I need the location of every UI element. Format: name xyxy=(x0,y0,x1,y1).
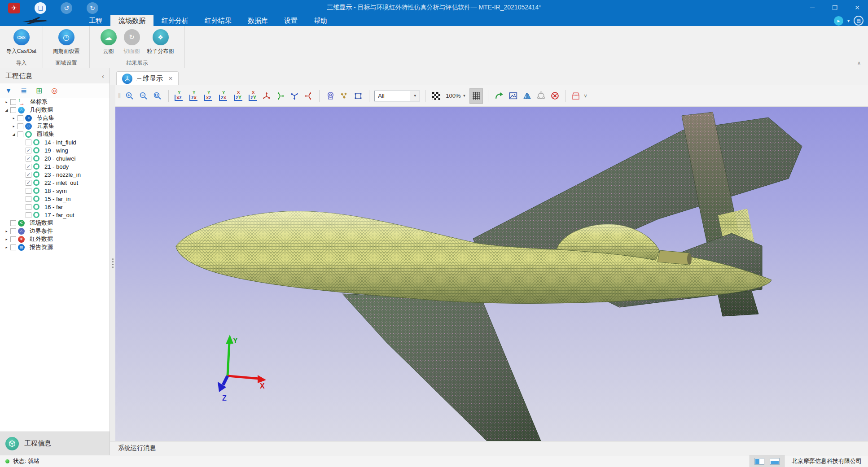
tree-item[interactable]: ✓22 - inlet_out xyxy=(2,179,108,187)
tree-item[interactable]: ◢面域集 xyxy=(2,130,108,138)
display-filter-dropdown[interactable]: All ▼ xyxy=(374,91,420,101)
style-caret-icon[interactable]: ▾ xyxy=(847,18,850,23)
tree-item[interactable]: ✓21 - body xyxy=(2,162,108,170)
expand-arrow-icon[interactable]: ◢ xyxy=(11,132,17,136)
tree-checkbox[interactable]: ✓ xyxy=(26,164,31,170)
tab-3d-display[interactable]: 三维显示 ✕ xyxy=(116,71,179,85)
viewport-3d[interactable]: Y X Z xyxy=(115,107,868,441)
tree-checkbox[interactable]: ✓ xyxy=(26,156,31,161)
expand-arrow-icon[interactable]: ▸ xyxy=(4,100,9,104)
expand-arrow-icon[interactable]: ▸ xyxy=(4,229,9,233)
export-box-dropdown[interactable]: ∨ xyxy=(571,92,587,100)
periodic-face-settings-button[interactable]: ◷ 周期面设置 xyxy=(50,28,83,56)
panel-splitter[interactable] xyxy=(110,85,115,441)
menu-tab-engineering[interactable]: 工程 xyxy=(81,15,110,26)
tree-checkbox[interactable]: ✓ xyxy=(26,180,31,186)
expand-arrow-icon[interactable]: ▸ xyxy=(11,116,17,120)
tree-item[interactable]: 14 - int_fluid xyxy=(2,138,108,146)
view-orientation-button-3[interactable]: Yxz xyxy=(203,91,214,101)
tree-checkbox[interactable] xyxy=(10,99,16,105)
iso-view-2-icon[interactable] xyxy=(275,90,286,102)
camera-icon[interactable] xyxy=(324,90,336,102)
view-orientation-button-6[interactable]: XzY xyxy=(248,91,259,101)
select-box-icon[interactable] xyxy=(352,90,364,102)
snapshot-icon[interactable] xyxy=(507,90,519,102)
notebook-icon[interactable]: ▤ xyxy=(854,16,864,26)
menu-tab-database[interactable]: 数据库 xyxy=(240,15,276,26)
undo-icon[interactable]: ↺ xyxy=(61,2,72,14)
tree-item[interactable]: ▸坐标系 xyxy=(2,98,108,106)
tab-close-icon[interactable]: ✕ xyxy=(168,75,173,82)
tree-item[interactable]: 18 - sym xyxy=(2,187,108,195)
tree-checkbox[interactable] xyxy=(10,244,16,250)
new-file-icon[interactable]: ❏ xyxy=(35,2,46,14)
box-caret-icon[interactable]: ∨ xyxy=(583,93,587,99)
menu-tab-flowfield-data[interactable]: 流场数据 xyxy=(110,15,153,26)
ribbon-collapse-icon[interactable]: ∧ xyxy=(857,60,861,66)
share-arrow-icon[interactable] xyxy=(493,90,505,102)
particle-distribution-button[interactable]: ❖ 粒子分布图 xyxy=(145,28,177,56)
expand-arrow-icon[interactable]: ▸ xyxy=(11,124,17,128)
panel-collapse-icon[interactable]: ‹ xyxy=(102,72,104,80)
tree-item[interactable]: 流场数据 xyxy=(2,219,108,227)
view-orientation-button-1[interactable]: Yxz xyxy=(174,91,184,101)
app-icon[interactable]: ✈ xyxy=(8,3,20,13)
tree-checkbox[interactable]: ✓ xyxy=(26,172,31,178)
tree-checkbox[interactable]: ✓ xyxy=(26,148,31,153)
transparency-checker-icon[interactable] xyxy=(430,90,442,102)
contour-plot-button[interactable]: ☁ 云图 xyxy=(98,28,119,56)
zoom-level-dropdown[interactable]: 100% ▼ xyxy=(444,92,467,99)
view-orientation-button-4[interactable]: Yzx xyxy=(218,91,229,101)
import-cas-dat-button[interactable]: cas 导入Cas/Dat xyxy=(4,28,39,56)
tree-item[interactable]: ▸红外数据 xyxy=(2,235,108,243)
tree-item[interactable]: ▸元素集 xyxy=(2,122,108,130)
tree-checkbox[interactable] xyxy=(26,196,31,202)
tree-item[interactable]: ✓23 - nozzle_in xyxy=(2,170,108,179)
zoom-in-icon[interactable] xyxy=(124,90,136,102)
tree-item[interactable]: ✓19 - wing xyxy=(2,146,108,154)
grid-view-icon[interactable]: ⊞ xyxy=(36,87,42,95)
tree-item[interactable]: ✓20 - chuiwei xyxy=(2,154,108,162)
project-info-footer-button[interactable]: 工程信息 xyxy=(0,432,110,455)
toolbar-grip[interactable]: ‖ xyxy=(118,92,121,100)
expand-arrow-icon[interactable]: ◢ xyxy=(4,108,9,112)
list-view-icon[interactable]: ≣ xyxy=(21,87,27,95)
iso-view-3-icon[interactable] xyxy=(289,90,300,102)
tree-item[interactable]: 17 - far_out xyxy=(2,211,108,219)
tree-item[interactable]: ▸边界条件 xyxy=(2,227,108,235)
tree-checkbox[interactable] xyxy=(18,131,23,137)
iso-view-1-icon[interactable] xyxy=(261,90,272,102)
tree-checkbox[interactable] xyxy=(26,204,31,210)
menu-tab-infrared-analysis[interactable]: 红外分析 xyxy=(153,15,197,26)
tree-checkbox[interactable] xyxy=(26,212,31,218)
close-button[interactable]: ✕ xyxy=(853,4,862,11)
tree-item[interactable]: ◢几何数据 xyxy=(2,106,108,114)
zoom-out-icon[interactable] xyxy=(138,90,149,102)
tree-checkbox[interactable] xyxy=(18,123,23,129)
tree-item[interactable]: 15 - far_in xyxy=(2,195,108,203)
clear-icon[interactable] xyxy=(549,90,561,102)
tree-checkbox[interactable] xyxy=(10,220,16,226)
tree-item[interactable]: ▸报告资源 xyxy=(2,243,108,251)
mirror-icon[interactable] xyxy=(521,90,533,102)
grid-toggle-button[interactable] xyxy=(469,88,483,104)
expand-arrow-icon[interactable]: ▸ xyxy=(4,237,9,241)
tree-item[interactable]: ▸节点集 xyxy=(2,114,108,122)
tree-checkbox[interactable] xyxy=(10,228,16,234)
tree-item[interactable]: 16 - far xyxy=(2,203,108,211)
layout-bottom-panel-icon[interactable] xyxy=(770,458,780,465)
tree-checkbox[interactable] xyxy=(18,115,23,121)
menu-tab-infrared-results[interactable]: 红外结果 xyxy=(197,15,240,26)
redo-icon[interactable]: ↻ xyxy=(87,2,98,14)
filter-icon[interactable]: ▼ xyxy=(5,87,12,94)
view-orientation-button-5[interactable]: XzY xyxy=(233,91,244,101)
tree-checkbox[interactable] xyxy=(26,188,31,194)
particles-icon[interactable] xyxy=(338,90,350,102)
tree-checkbox[interactable] xyxy=(10,107,16,113)
style-icon[interactable]: ▸ xyxy=(834,16,843,26)
view-orientation-button-2[interactable]: Yzx xyxy=(189,91,199,101)
menu-tab-settings[interactable]: 设置 xyxy=(276,15,306,26)
minimize-button[interactable]: ─ xyxy=(808,4,817,11)
layout-left-panel-icon[interactable] xyxy=(754,458,764,465)
tree-checkbox[interactable] xyxy=(26,140,31,145)
